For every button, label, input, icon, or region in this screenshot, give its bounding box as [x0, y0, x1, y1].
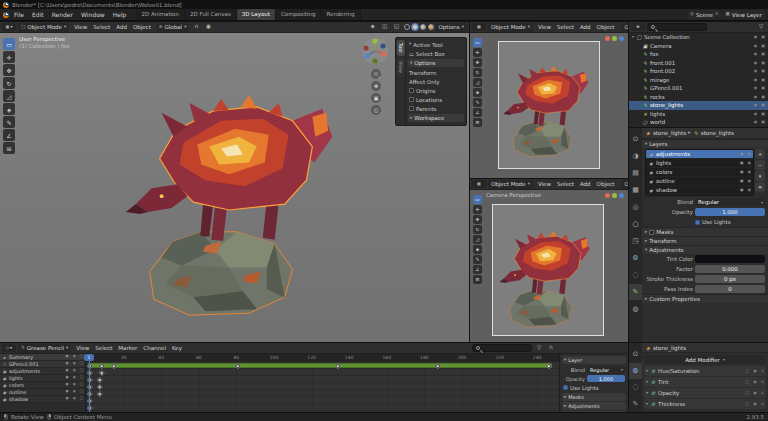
tool-button[interactable]: [473, 88, 482, 97]
modifier-remove-icon[interactable]: [759, 369, 764, 373]
layer-visibility-icon[interactable]: [746, 188, 752, 192]
editor-type-button[interactable]: [2, 23, 16, 31]
modifier-remove-icon[interactable]: [759, 380, 764, 384]
keyframe-area[interactable]: [86, 362, 559, 412]
opacity-slider[interactable]: 1.000: [695, 208, 765, 216]
modifier-edit-mode-toggle[interactable]: [743, 380, 749, 384]
viewport-menu-item[interactable]: View: [71, 22, 90, 33]
scene-properties-tab[interactable]: [629, 199, 642, 215]
viewport-menu-item[interactable]: Add: [577, 22, 594, 33]
viewport-menu-item[interactable]: Select: [554, 179, 577, 190]
tool-button[interactable]: [473, 195, 482, 204]
keyframe-diamond[interactable]: [97, 377, 102, 382]
tool-button[interactable]: [473, 205, 482, 214]
channel-mute-icon[interactable]: [64, 390, 69, 394]
masks-panel-header[interactable]: Masks: [642, 227, 768, 236]
tool-button[interactable]: [473, 58, 482, 67]
affect-only-option[interactable]: Origins: [408, 86, 464, 95]
workspace-tab[interactable]: 2D Full Canvas: [185, 9, 237, 20]
navigation-gizmo[interactable]: [361, 37, 389, 65]
viewport-menu-item[interactable]: View: [535, 179, 554, 190]
tool-button[interactable]: [3, 129, 15, 141]
perspective-toggle-button[interactable]: [371, 105, 381, 115]
channel-visibility-icon[interactable]: [71, 369, 76, 373]
tool-button[interactable]: [3, 103, 15, 115]
outliner-row[interactable]: GPencil.001: [629, 84, 768, 93]
channel-visibility-icon[interactable]: [71, 362, 76, 366]
keyframe-diamond[interactable]: [87, 398, 92, 403]
disable-in-render-icon[interactable]: [759, 61, 765, 65]
viewport-canvas-main[interactable]: User Perspective (1) Collection | fox: [0, 33, 469, 342]
sidebar-tab[interactable]: Tool: [397, 40, 405, 56]
channel-lock-icon[interactable]: [78, 390, 83, 394]
render-properties-tab[interactable]: [629, 148, 642, 164]
keyframe-diamond[interactable]: [97, 384, 102, 389]
outliner-row[interactable]: mirage: [629, 76, 768, 85]
editor-type-button[interactable]: [631, 23, 645, 31]
channel-lock-icon[interactable]: [78, 355, 83, 359]
channel-mute-icon[interactable]: [64, 362, 69, 366]
editor-type-button[interactable]: [472, 23, 486, 31]
tool-button[interactable]: [473, 98, 482, 107]
dope-sheet-filter-button[interactable]: [534, 344, 544, 353]
hide-in-viewport-icon[interactable]: [752, 103, 758, 107]
gp-layer-row[interactable]: colors: [646, 168, 753, 177]
viewport-menu-item[interactable]: Add: [577, 179, 594, 190]
summary-keyframe-band[interactable]: [88, 363, 552, 368]
hide-in-viewport-icon[interactable]: [752, 78, 758, 82]
layer-visibility-icon[interactable]: [746, 152, 752, 156]
breadcrumb-data-name[interactable]: stone_lights: [701, 130, 734, 136]
gp-layer-row[interactable]: outline: [646, 177, 753, 186]
tool-button[interactable]: [473, 38, 482, 47]
options-dropdown[interactable]: Options: [436, 23, 468, 32]
viewport-canvas-cam-top[interactable]: [470, 33, 628, 178]
onion-skin-icon[interactable]: [738, 152, 744, 156]
modifier-viewport-toggle[interactable]: [751, 380, 757, 384]
transform-orientation-dropdown[interactable]: Global: [156, 23, 190, 32]
tool-button[interactable]: [473, 255, 482, 264]
disable-in-render-icon[interactable]: [759, 78, 765, 82]
keyframe-diamond[interactable]: [87, 384, 92, 389]
modifier-remove-icon[interactable]: [759, 391, 764, 395]
editor-type-button[interactable]: [472, 180, 486, 188]
modifier-edit-mode-toggle[interactable]: [743, 402, 749, 406]
dope-sheet-menu-item[interactable]: Key: [169, 343, 185, 354]
navigation-gizmo-mini[interactable]: [605, 36, 624, 41]
dope-sheet-snap-button[interactable]: [546, 344, 556, 353]
object-data-properties-tab[interactable]: [629, 284, 642, 300]
keyframe-diamond[interactable]: [87, 405, 92, 410]
channel-visibility-icon[interactable]: [71, 355, 76, 359]
channel-row[interactable]: colors: [0, 382, 85, 389]
tool-button[interactable]: [3, 51, 15, 63]
menu-item[interactable]: File: [10, 9, 28, 21]
tool-button[interactable]: [473, 215, 482, 224]
overlays-toggle[interactable]: [380, 23, 390, 32]
onion-skin-icon[interactable]: [738, 188, 744, 192]
tool-button[interactable]: [473, 275, 482, 284]
onion-skin-icon[interactable]: [738, 161, 744, 165]
options-dropdown[interactable]: Options: [622, 23, 628, 32]
gp-layer-row[interactable]: shadow: [646, 186, 753, 195]
channel-lock-icon[interactable]: [78, 383, 83, 387]
dope-sheet-mode-dropdown[interactable]: Grease Pencil: [18, 344, 71, 353]
channel-row[interactable]: outline: [0, 389, 85, 396]
viewport-canvas-cam-bottom[interactable]: Camera Perspective: [470, 190, 628, 342]
channel-visibility-icon[interactable]: [71, 390, 76, 394]
keyframe-diamond[interactable]: [97, 391, 102, 396]
tool-button[interactable]: [473, 245, 482, 254]
workspace-tab[interactable]: 2D Animation: [136, 9, 185, 20]
layers-panel-header[interactable]: Layers: [642, 139, 768, 148]
use-lights-checkbox[interactable]: [563, 385, 568, 390]
dope-sheet-search-input[interactable]: [472, 344, 532, 352]
layer-visibility-icon[interactable]: [746, 161, 752, 165]
channel-lock-icon[interactable]: [78, 369, 83, 373]
modifier-row[interactable]: Tint: [644, 377, 766, 387]
outliner-filter-button[interactable]: [756, 23, 766, 32]
channel-mute-icon[interactable]: [64, 376, 69, 380]
affect-only-option[interactable]: Parents: [408, 104, 464, 113]
pass-index-field[interactable]: 0: [695, 285, 765, 293]
add-layer-button[interactable]: [755, 149, 765, 159]
modifier-viewport-toggle[interactable]: [751, 402, 757, 406]
modifier-row[interactable]: Thickness: [644, 399, 766, 409]
channel-mute-icon[interactable]: [64, 369, 69, 373]
